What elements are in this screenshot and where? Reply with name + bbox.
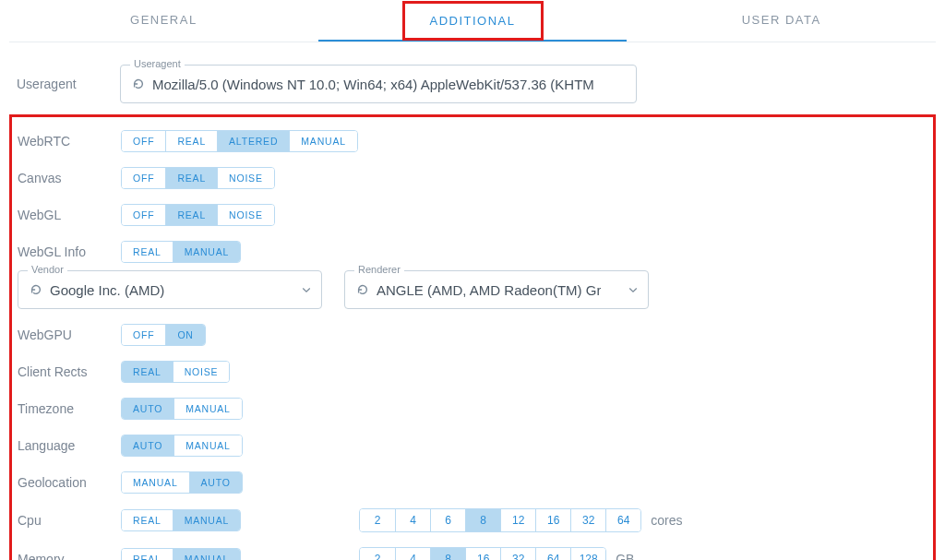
memory-32[interactable]: 32 <box>500 548 535 560</box>
canvas-seg: OFF REAL NOISE <box>121 167 275 189</box>
webrtc-real[interactable]: REAL <box>165 131 217 151</box>
webgpu-seg: OFF ON <box>121 324 206 346</box>
vendor-select[interactable]: Vendor Google Inc. (AMD) <box>18 270 322 309</box>
canvas-noise[interactable]: NOISE <box>217 168 274 188</box>
clientrects-real[interactable]: REAL <box>122 362 173 382</box>
timezone-manual[interactable]: MANUAL <box>173 399 242 419</box>
memory-16[interactable]: 16 <box>465 548 500 560</box>
geolocation-manual[interactable]: MANUAL <box>122 472 189 493</box>
webrtc-altered[interactable]: ALTERED <box>217 131 289 151</box>
clientrects-noise[interactable]: NOISE <box>173 362 230 382</box>
language-auto[interactable]: AUTO <box>122 435 173 456</box>
cpu-label: Cpu <box>18 513 121 528</box>
refresh-icon[interactable] <box>132 77 145 90</box>
cpu-16[interactable]: 16 <box>535 509 570 531</box>
cpu-mode-seg: REAL MANUAL <box>121 509 241 531</box>
refresh-icon[interactable] <box>30 283 42 296</box>
language-seg: AUTO MANUAL <box>121 435 243 457</box>
chevron-down-icon <box>301 284 312 295</box>
memory-2[interactable]: 2 <box>360 548 395 560</box>
renderer-select[interactable]: Renderer ANGLE (AMD, AMD Radeon(TM) Gr <box>344 270 649 309</box>
cpu-32[interactable]: 32 <box>570 509 605 531</box>
memory-4[interactable]: 4 <box>395 548 430 560</box>
canvas-real[interactable]: REAL <box>165 168 217 188</box>
timezone-auto[interactable]: AUTO <box>122 399 173 419</box>
useragent-field[interactable]: Useragent Mozilla/5.0 (Windows NT 10.0; … <box>120 65 637 103</box>
webrtc-seg: OFF REAL ALTERED MANUAL <box>121 130 358 152</box>
geolocation-auto[interactable]: AUTO <box>189 472 242 493</box>
cpu-value-seg: 2 4 6 8 12 16 32 64 <box>359 508 641 532</box>
language-label: Language <box>18 438 121 453</box>
memory-manual[interactable]: MANUAL <box>173 549 241 560</box>
language-manual[interactable]: MANUAL <box>173 435 242 456</box>
memory-real[interactable]: REAL <box>122 549 173 560</box>
tab-userdata[interactable]: USER DATA <box>627 0 936 42</box>
memory-value-seg: 2 4 8 16 32 64 128 <box>359 547 606 560</box>
vendor-float-label: Vendor <box>28 264 67 275</box>
webrtc-manual[interactable]: MANUAL <box>289 131 357 151</box>
refresh-icon[interactable] <box>356 283 369 296</box>
geolocation-seg: MANUAL AUTO <box>121 471 243 494</box>
webgpu-off[interactable]: OFF <box>122 325 165 345</box>
webglinfo-label: WebGL Info <box>18 244 121 259</box>
memory-128[interactable]: 128 <box>570 548 605 560</box>
webglinfo-seg: REAL MANUAL <box>121 241 241 263</box>
webgpu-on[interactable]: ON <box>165 325 204 345</box>
cpu-suffix: cores <box>651 513 682 528</box>
chevron-down-icon <box>628 284 639 295</box>
renderer-float-label: Renderer <box>354 264 404 275</box>
useragent-row: Useragent Useragent Mozilla/5.0 (Windows… <box>9 65 936 103</box>
cpu-2[interactable]: 2 <box>360 509 395 531</box>
webgl-off[interactable]: OFF <box>122 205 165 225</box>
geolocation-label: Geolocation <box>18 475 121 490</box>
webrtc-off[interactable]: OFF <box>122 131 165 151</box>
cpu-manual[interactable]: MANUAL <box>173 510 241 530</box>
tab-additional[interactable]: ADDITIONAL <box>402 1 544 41</box>
memory-suffix: GB <box>616 552 634 560</box>
memory-64[interactable]: 64 <box>535 548 570 560</box>
cpu-4[interactable]: 4 <box>395 509 430 531</box>
fingerprint-section: WebRTC OFF REAL ALTERED MANUAL Canvas OF… <box>9 114 936 560</box>
useragent-label: Useragent <box>17 77 120 91</box>
webglinfo-manual[interactable]: MANUAL <box>173 242 241 262</box>
vendor-value: Google Inc. (AMD) <box>50 282 164 298</box>
cpu-real[interactable]: REAL <box>122 510 173 530</box>
cpu-64[interactable]: 64 <box>605 509 640 531</box>
clientrects-seg: REAL NOISE <box>121 361 230 383</box>
tabs: GENERAL ADDITIONAL USER DATA <box>9 0 936 42</box>
webgl-real[interactable]: REAL <box>165 205 217 225</box>
timezone-label: Timezone <box>18 401 121 416</box>
memory-8[interactable]: 8 <box>430 548 465 560</box>
memory-label: Memory <box>18 552 121 560</box>
useragent-value: Mozilla/5.0 (Windows NT 10.0; Win64; x64… <box>152 77 594 92</box>
cpu-6[interactable]: 6 <box>430 509 465 531</box>
webgl-detail-row: Vendor Google Inc. (AMD) Renderer ANGLE … <box>18 270 927 309</box>
timezone-seg: AUTO MANUAL <box>121 398 243 420</box>
cpu-8[interactable]: 8 <box>465 509 500 531</box>
webgl-noise[interactable]: NOISE <box>217 205 274 225</box>
webgl-seg: OFF REAL NOISE <box>121 204 275 226</box>
canvas-off[interactable]: OFF <box>122 168 165 188</box>
tab-additional-wrap: ADDITIONAL <box>318 0 628 42</box>
webgl-label: WebGL <box>18 208 121 222</box>
memory-mode-seg: REAL MANUAL <box>121 548 241 560</box>
cpu-12[interactable]: 12 <box>500 509 535 531</box>
webrtc-label: WebRTC <box>18 134 121 149</box>
webglinfo-real[interactable]: REAL <box>122 242 173 262</box>
clientrects-label: Client Rects <box>18 364 121 379</box>
tab-general[interactable]: GENERAL <box>9 0 318 42</box>
webgpu-label: WebGPU <box>18 328 121 342</box>
renderer-value: ANGLE (AMD, AMD Radeon(TM) Gr <box>377 282 601 298</box>
useragent-float-label: Useragent <box>130 58 185 69</box>
canvas-label: Canvas <box>18 171 121 185</box>
